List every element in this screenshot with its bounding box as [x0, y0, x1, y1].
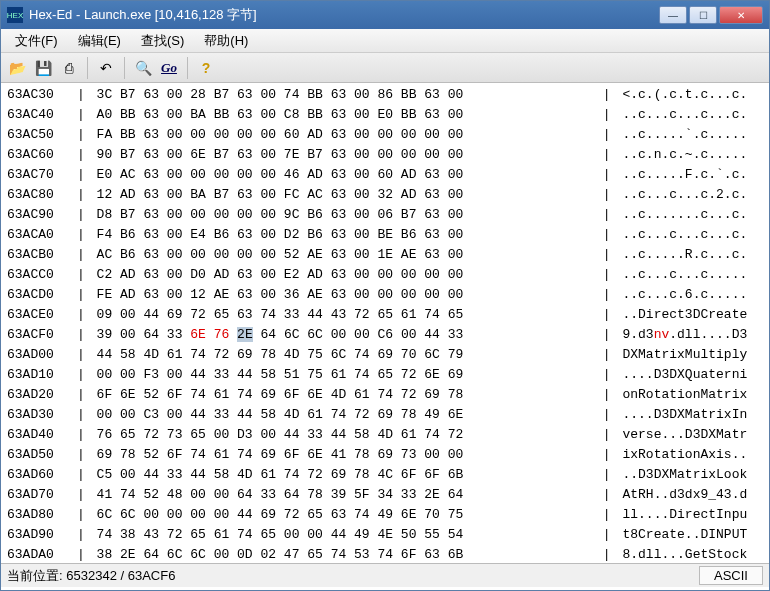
hex-ascii[interactable]: AtRH..d3dx9_43.d: [615, 485, 763, 505]
hex-row[interactable]: 63AD30| 00 00 C3 00 44 33 44 58 4D 61 74…: [7, 405, 763, 425]
hex-bytes[interactable]: 3C B7 63 00 28 B7 63 00 74 BB 63 00 86 B…: [89, 85, 599, 105]
hex-separator: |: [73, 445, 89, 465]
hex-row[interactable]: 63AC90| D8 B7 63 00 00 00 00 00 9C B6 63…: [7, 205, 763, 225]
hex-row[interactable]: 63AC60| 90 B7 63 00 6E B7 63 00 7E B7 63…: [7, 145, 763, 165]
menu-help[interactable]: 帮助(H): [194, 30, 258, 52]
hex-separator: |: [599, 245, 615, 265]
hex-ascii[interactable]: ..c.....R.c...c.: [615, 245, 763, 265]
hex-ascii[interactable]: ....D3DXQuaterni: [615, 365, 763, 385]
hex-ascii[interactable]: ..c.....F.c.`.c.: [615, 165, 763, 185]
hex-ascii[interactable]: ..c...c...c...c.: [615, 105, 763, 125]
hex-row[interactable]: 63AC40| A0 BB 63 00 BA BB 63 00 C8 BB 63…: [7, 105, 763, 125]
minimize-button[interactable]: —: [659, 6, 687, 24]
hex-row[interactable]: 63AD70| 41 74 52 48 00 00 64 33 64 78 39…: [7, 485, 763, 505]
hex-ascii[interactable]: 8.dll...GetStock: [615, 545, 763, 563]
hex-bytes[interactable]: FA BB 63 00 00 00 00 00 60 AD 63 00 00 0…: [89, 125, 599, 145]
hex-bytes[interactable]: 00 00 F3 00 44 33 44 58 51 75 61 74 65 7…: [89, 365, 599, 385]
hex-row[interactable]: 63AD60| C5 00 44 33 44 58 4D 61 74 72 69…: [7, 465, 763, 485]
hex-bytes[interactable]: 74 38 43 72 65 61 74 65 00 00 44 49 4E 5…: [89, 525, 599, 545]
search-icon[interactable]: 🔍: [131, 56, 155, 80]
hex-ascii[interactable]: 9.d3nv.dll....D3: [615, 325, 763, 345]
hex-bytes[interactable]: D8 B7 63 00 00 00 00 00 9C B6 63 00 06 B…: [89, 205, 599, 225]
hex-ascii[interactable]: ..c.......c...c.: [615, 205, 763, 225]
hex-bytes[interactable]: F4 B6 63 00 E4 B6 63 00 D2 B6 63 00 BE B…: [89, 225, 599, 245]
hex-row[interactable]: 63AD10| 00 00 F3 00 44 33 44 58 51 75 61…: [7, 365, 763, 385]
hex-ascii[interactable]: onRotationMatrix: [615, 385, 763, 405]
hex-ascii[interactable]: DXMatrixMultiply: [615, 345, 763, 365]
hex-bytes[interactable]: 6C 6C 00 00 00 00 44 69 72 65 63 74 49 6…: [89, 505, 599, 525]
hex-row[interactable]: 63AD00| 44 58 4D 61 74 72 69 78 4D 75 6C…: [7, 345, 763, 365]
hex-ascii[interactable]: ixRotationAxis..: [615, 445, 763, 465]
hex-ascii[interactable]: ....D3DXMatrixIn: [615, 405, 763, 425]
hex-row[interactable]: 63ADA0| 38 2E 64 6C 6C 00 0D 02 47 65 74…: [7, 545, 763, 563]
hex-row[interactable]: 63AC80| 12 AD 63 00 BA B7 63 00 FC AC 63…: [7, 185, 763, 205]
hex-row[interactable]: 63ACC0| C2 AD 63 00 D0 AD 63 00 E2 AD 63…: [7, 265, 763, 285]
hex-ascii[interactable]: ..D3DXMatrixLook: [615, 465, 763, 485]
hex-row[interactable]: 63ACB0| AC B6 63 00 00 00 00 00 52 AE 63…: [7, 245, 763, 265]
save-as-icon[interactable]: ⎙: [57, 56, 81, 80]
status-position-value: 6532342 / 63ACF6: [66, 568, 175, 583]
hex-row[interactable]: 63AC50| FA BB 63 00 00 00 00 00 60 AD 63…: [7, 125, 763, 145]
menu-find[interactable]: 查找(S): [131, 30, 194, 52]
hex-bytes[interactable]: 00 00 C3 00 44 33 44 58 4D 61 74 72 69 7…: [89, 405, 599, 425]
hex-bytes[interactable]: FE AD 63 00 12 AE 63 00 36 AE 63 00 00 0…: [89, 285, 599, 305]
open-icon[interactable]: 📂: [5, 56, 29, 80]
hex-bytes[interactable]: AC B6 63 00 00 00 00 00 52 AE 63 00 1E A…: [89, 245, 599, 265]
hex-ascii[interactable]: ..c...c.6.c.....: [615, 285, 763, 305]
hex-ascii[interactable]: ..Direct3DCreate: [615, 305, 763, 325]
hex-bytes[interactable]: 76 65 72 73 65 00 D3 00 44 33 44 58 4D 6…: [89, 425, 599, 445]
hex-row[interactable]: 63ACD0| FE AD 63 00 12 AE 63 00 36 AE 63…: [7, 285, 763, 305]
hex-separator: |: [73, 285, 89, 305]
hex-ascii[interactable]: t8Create..DINPUT: [615, 525, 763, 545]
hex-row[interactable]: 63AD20| 6F 6E 52 6F 74 61 74 69 6F 6E 4D…: [7, 385, 763, 405]
hex-bytes[interactable]: 90 B7 63 00 6E B7 63 00 7E B7 63 00 00 0…: [89, 145, 599, 165]
hex-row[interactable]: 63AC70| E0 AC 63 00 00 00 00 00 46 AD 63…: [7, 165, 763, 185]
help-icon[interactable]: ?: [194, 56, 218, 80]
hex-separator: |: [73, 385, 89, 405]
hex-bytes[interactable]: 38 2E 64 6C 6C 00 0D 02 47 65 74 53 74 6…: [89, 545, 599, 563]
hex-separator: |: [599, 545, 615, 563]
undo-icon[interactable]: ↶: [94, 56, 118, 80]
hex-bytes[interactable]: 44 58 4D 61 74 72 69 78 4D 75 6C 74 69 7…: [89, 345, 599, 365]
hex-ascii[interactable]: ll....DirectInpu: [615, 505, 763, 525]
hex-ascii[interactable]: verse...D3DXMatr: [615, 425, 763, 445]
hex-ascii[interactable]: ..c...c...c.2.c.: [615, 185, 763, 205]
hex-ascii[interactable]: ..c...c...c...c.: [615, 225, 763, 245]
hex-bytes[interactable]: A0 BB 63 00 BA BB 63 00 C8 BB 63 00 E0 B…: [89, 105, 599, 125]
hex-bytes[interactable]: 41 74 52 48 00 00 64 33 64 78 39 5F 34 3…: [89, 485, 599, 505]
hex-row[interactable]: 63AC30| 3C B7 63 00 28 B7 63 00 74 BB 63…: [7, 85, 763, 105]
hex-row[interactable]: 63AD80| 6C 6C 00 00 00 00 44 69 72 65 63…: [7, 505, 763, 525]
hex-ascii[interactable]: <.c.(.c.t.c...c.: [615, 85, 763, 105]
toolbar: 📂 💾 ⎙ ↶ 🔍 Go ?: [1, 53, 769, 83]
hex-row[interactable]: 63ACF0| 39 00 64 33 6E 76 2E 64 6C 6C 00…: [7, 325, 763, 345]
hex-row[interactable]: 63AD40| 76 65 72 73 65 00 D3 00 44 33 44…: [7, 425, 763, 445]
hex-row[interactable]: 63ACA0| F4 B6 63 00 E4 B6 63 00 D2 B6 63…: [7, 225, 763, 245]
hex-bytes[interactable]: 69 78 52 6F 74 61 74 69 6F 6E 41 78 69 7…: [89, 445, 599, 465]
hex-bytes[interactable]: E0 AC 63 00 00 00 00 00 46 AD 63 00 60 A…: [89, 165, 599, 185]
hex-bytes[interactable]: 09 00 44 69 72 65 63 74 33 44 43 72 65 6…: [89, 305, 599, 325]
save-icon[interactable]: 💾: [31, 56, 55, 80]
maximize-button[interactable]: ☐: [689, 6, 717, 24]
hex-row[interactable]: 63AD50| 69 78 52 6F 74 61 74 69 6F 6E 41…: [7, 445, 763, 465]
hex-row[interactable]: 63AD90| 74 38 43 72 65 61 74 65 00 00 44…: [7, 525, 763, 545]
hex-bytes[interactable]: 6F 6E 52 6F 74 61 74 69 6F 6E 4D 61 74 7…: [89, 385, 599, 405]
hex-address: 63AC30: [7, 85, 73, 105]
hex-bytes[interactable]: C2 AD 63 00 D0 AD 63 00 E2 AD 63 00 00 0…: [89, 265, 599, 285]
status-mode[interactable]: ASCII: [699, 566, 763, 585]
goto-button[interactable]: Go: [157, 56, 181, 80]
hex-view[interactable]: 63AC30| 3C B7 63 00 28 B7 63 00 74 BB 63…: [1, 83, 769, 563]
hex-bytes[interactable]: 39 00 64 33 6E 76 2E 64 6C 6C 00 00 C6 0…: [89, 325, 599, 345]
toolbar-separator: [124, 57, 125, 79]
app-icon: HEX: [7, 7, 23, 23]
hex-separator: |: [73, 185, 89, 205]
close-button[interactable]: ✕: [719, 6, 763, 24]
menu-file[interactable]: 文件(F): [5, 30, 68, 52]
hex-separator: |: [73, 125, 89, 145]
hex-row[interactable]: 63ACE0| 09 00 44 69 72 65 63 74 33 44 43…: [7, 305, 763, 325]
hex-bytes[interactable]: C5 00 44 33 44 58 4D 61 74 72 69 78 4C 6…: [89, 465, 599, 485]
hex-ascii[interactable]: ..c.....`.c.....: [615, 125, 763, 145]
menu-edit[interactable]: 编辑(E): [68, 30, 131, 52]
hex-ascii[interactable]: ..c.n.c.~.c.....: [615, 145, 763, 165]
hex-bytes[interactable]: 12 AD 63 00 BA B7 63 00 FC AC 63 00 32 A…: [89, 185, 599, 205]
hex-ascii[interactable]: ..c...c...c.....: [615, 265, 763, 285]
